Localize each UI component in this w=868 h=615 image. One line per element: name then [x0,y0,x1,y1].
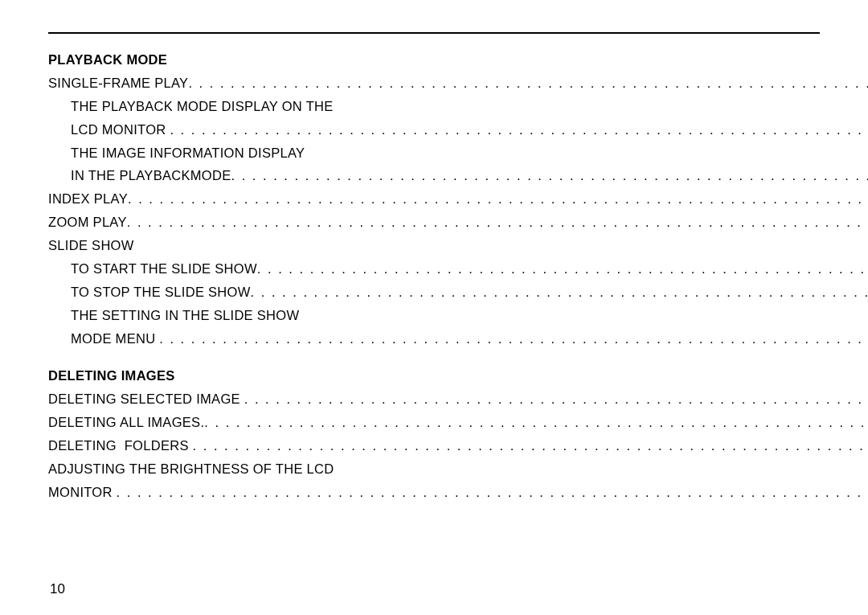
toc-entry: DELETING SELECTED IMAGE 92 [48,387,868,411]
toc-entry: SINGLE-FRAME PLAY 80 [48,72,868,95]
toc-leader-dots [244,387,868,411]
toc-entry: LCD MONITOR 81 [48,118,868,141]
toc-entry-label: DELETING ALL IMAGES. [48,411,204,434]
toc-entry-label: ZOOM PLAY [48,211,127,234]
toc-entry-label: MODE MENU [71,327,159,351]
toc-entry-label: TO STOP THE SLIDE SHOW [71,281,251,304]
toc-leader-dots [127,211,868,234]
toc-entry-text: ADJUSTING THE BRIGHTNESS OF THE LCD [48,457,868,481]
toc-leader-dots [170,118,868,141]
toc-entry-label: IN THE PLAYBACKMODE [71,164,231,187]
toc-entry-label: TO START THE SLIDE SHOW [71,257,257,281]
toc-page: PLAYBACK MODESINGLE-FRAME PLAY 80THE PLA… [0,0,868,615]
toc-entry: ZOOM PLAY 85 [48,211,868,234]
toc-entry: TO STOP THE SLIDE SHOW88 [48,281,868,304]
toc-entry: IN THE PLAYBACKMODE82 [48,164,868,187]
toc-entry: TO START THE SLIDE SHOW87 [48,257,868,281]
toc-entry-label: DELETING SELECTED IMAGE [48,387,244,411]
toc-entry-text: THE PLAYBACK MODE DISPLAY ON THE [48,95,868,118]
toc-leader-dots [159,327,868,351]
toc-entry: MODE MENU 89 [48,327,868,351]
toc-leader-dots [117,481,868,504]
toc-entry: DELETING ALL IMAGES.95 [48,411,868,434]
toc-entry: INDEX PLAY 83 [48,187,868,211]
toc-leader-dots [193,434,868,457]
toc-section-heading: DELETING IMAGES [48,364,868,387]
toc-entry-label: INDEX PLAY [48,187,128,211]
toc-leader-dots [128,187,868,211]
toc-entry-label: MONITOR [48,481,117,504]
toc-column-left: PLAYBACK MODESINGLE-FRAME PLAY 80THE PLA… [48,48,868,504]
toc-entry-text: THE IMAGE INFORMATION DISPLAY [48,141,868,165]
toc-leader-dots [231,164,868,187]
toc-entry-label: LCD MONITOR [71,118,170,141]
toc-entry-text: THE SETTING IN THE SLIDE SHOW [48,304,868,327]
toc-entry-text: SLIDE SHOW [48,234,868,257]
toc-leader-dots [257,257,868,281]
toc-columns: PLAYBACK MODESINGLE-FRAME PLAY 80THE PLA… [48,48,820,504]
toc-entry: MONITOR 99 [48,481,868,504]
top-rule [48,32,820,34]
spacer [48,350,868,364]
page-number: 10 [50,581,65,597]
toc-section-heading: PLAYBACK MODE [48,48,868,72]
toc-leader-dots [251,281,868,304]
toc-leader-dots [188,72,868,95]
toc-entry-label: DELETING FOLDERS [48,434,193,457]
toc-leader-dots [204,411,868,434]
toc-entry-label: SINGLE-FRAME PLAY [48,72,188,95]
toc-entry: DELETING FOLDERS 97 [48,434,868,457]
